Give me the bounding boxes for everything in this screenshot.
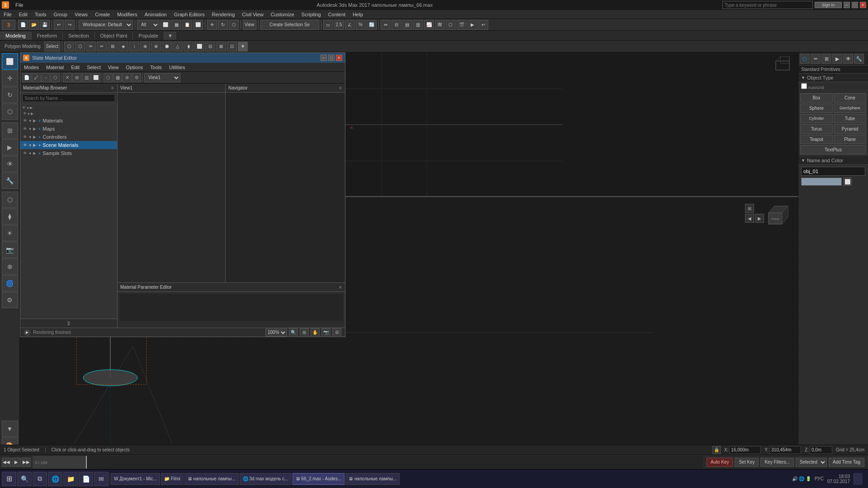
menu-create[interactable]: Create [91, 11, 113, 18]
poly-tool3[interactable]: ✏ [86, 42, 96, 52]
menu-views[interactable]: Views [71, 11, 91, 18]
snap-angle-btn[interactable]: ∠ [345, 20, 355, 30]
sme-view1-nav-btn[interactable]: 📷 [321, 328, 330, 337]
tab-object-paint[interactable]: Object Paint [95, 32, 133, 40]
poly-tool13[interactable]: ⬜ [194, 42, 204, 52]
tab-populate[interactable]: Populate [133, 32, 164, 40]
schematic-view-btn[interactable]: 🕸 [435, 20, 445, 30]
tab-selection[interactable]: Selection [63, 32, 94, 40]
sme-zoom-ext-btn[interactable]: ⊞ [300, 328, 309, 337]
cmd-modify-tab[interactable]: ✏ [811, 54, 821, 64]
color-swatch[interactable] [801, 178, 842, 186]
sme-pick-btn[interactable]: 🖊 [32, 73, 41, 82]
mirror-btn[interactable]: ⇔ [381, 20, 391, 30]
poly-tool12[interactable]: ⧫ [184, 42, 193, 52]
sme-mat-to-scene-btn[interactable]: → [41, 73, 50, 82]
cmd-hierarchy-tab[interactable]: ⊞ [821, 54, 831, 64]
sme-menu-view[interactable]: View [104, 64, 123, 71]
create-helpers-btn[interactable]: ⊕ [2, 258, 18, 275]
save-btn[interactable]: 💾 [40, 20, 50, 30]
explorer-taskbar-btn[interactable]: 📁 [63, 472, 78, 486]
persp-nav-top[interactable]: ⊞ [745, 204, 754, 213]
sme-show-hw-btn[interactable]: ⚙ [132, 73, 141, 82]
auto-key-btn[interactable]: Auto Key [707, 458, 733, 467]
object-type-section[interactable]: ▼ Object Type [798, 74, 868, 82]
tree-item-maps[interactable]: 👁 ● ▶ + Maps [20, 125, 117, 133]
key-filters-btn[interactable]: Key Filters... [760, 458, 794, 467]
create-lights-btn[interactable]: ☀ [2, 225, 18, 241]
create-geometry-btn[interactable]: ⬡ [2, 192, 18, 208]
create-selection-btn[interactable]: Create Selection Se [260, 20, 319, 30]
sme-param-close-icon[interactable]: ✕ [339, 285, 342, 290]
y-input[interactable] [769, 446, 801, 454]
anim-next-btn[interactable]: ▶▶ [22, 458, 31, 467]
menu-graph-editors[interactable]: Graph Editors [170, 11, 208, 18]
cmd-create-tab[interactable]: ⬡ [800, 54, 810, 64]
start-button[interactable]: ⊞ [2, 472, 16, 486]
material-editor-btn[interactable]: ⬡ [446, 20, 456, 30]
sme-maximize-btn[interactable]: □ [328, 55, 335, 61]
persp-view-cube[interactable]: Front [766, 204, 791, 230]
poly-tool2[interactable]: ⬡ [75, 42, 85, 52]
sme-show-shading-btn[interactable]: ⬡ [104, 73, 113, 82]
sme-select-by-mat-btn[interactable]: ⬡ [51, 73, 60, 82]
sme-search-input[interactable] [22, 94, 115, 102]
name-color-section[interactable]: ▼ Name and Color [798, 156, 868, 165]
persp-nav-left[interactable]: ◀ [745, 214, 754, 223]
tree-item-scene-materials[interactable]: 👁 ● ▶ + Scene Materials [20, 141, 117, 149]
motion-btn[interactable]: ▶ [2, 139, 18, 155]
poly-tool16[interactable]: ⊡ [227, 42, 237, 52]
sme-nav-close-icon[interactable]: ✕ [339, 86, 342, 90]
tree-item-materials[interactable]: 👁 ● ▶ + Materials [20, 117, 117, 125]
curve-editor-btn[interactable]: 📈 [424, 20, 434, 30]
sme-layout-sel-btn[interactable]: ⬜ [91, 73, 100, 82]
autogrid-checkbox[interactable] [801, 83, 807, 89]
btn-teapot[interactable]: Teapot [800, 135, 833, 144]
render-scene-btn[interactable]: 🎬 [457, 20, 467, 30]
poly-tool7[interactable]: ↕ [129, 42, 139, 52]
utilities-btn[interactable]: 🔧 [2, 173, 18, 189]
new-btn[interactable]: 📄 [18, 20, 28, 30]
poly-tool5[interactable]: ⊞ [108, 42, 118, 52]
status-lock-btn[interactable]: 🔒 [712, 446, 721, 454]
menu-scripting[interactable]: Scripting [298, 11, 325, 18]
sme-menu-edit[interactable]: Edit [67, 64, 83, 71]
close-button[interactable]: ✕ [860, 2, 866, 8]
rect-select-btn[interactable]: ⬜ [193, 20, 203, 30]
taskbar-3dmax-web-btn[interactable]: 🌐 3d max модель с... [240, 473, 292, 485]
select-filter-dropdown[interactable]: All [137, 20, 160, 30]
sme-zoom-dropdown[interactable]: 100% [265, 328, 287, 337]
set-key-btn[interactable]: Set Key [735, 458, 759, 467]
anim-play-btn[interactable]: ▶ [12, 458, 21, 467]
z-input[interactable] [810, 446, 832, 454]
create-systems-btn[interactable]: ⚙ [2, 292, 18, 308]
menu-rendering[interactable]: Rendering [208, 11, 239, 18]
minimize-button[interactable]: ─ [844, 2, 850, 8]
tab-modeling[interactable]: Modeling [0, 32, 32, 40]
taskbar-3dsmax-btn[interactable]: 🖥 66_2.max - Audes... [292, 473, 345, 485]
poly-tool4[interactable]: ✂ [97, 42, 107, 52]
poly-select-btn[interactable]: Select [44, 42, 61, 52]
taskbar-word-btn[interactable]: W Документ1 - Mic... [111, 473, 160, 485]
taskbar-lamp1-btn[interactable]: 🖥 напольные лампы... [184, 473, 239, 485]
persp-nav-right[interactable]: ▶ [755, 214, 764, 223]
x-input[interactable] [729, 446, 761, 454]
btn-textplus[interactable]: TextPlus [800, 145, 866, 155]
poly-tool14[interactable]: ⊟ [205, 42, 215, 52]
poly-tool1[interactable]: ⬡ [64, 42, 74, 52]
create-cameras-btn[interactable]: 📷 [2, 242, 18, 258]
cmd-display-tab[interactable]: 👁 [843, 54, 853, 64]
menu-file[interactable]: File [0, 11, 15, 18]
open-btn[interactable]: 📂 [29, 20, 39, 30]
sme-view-dropdown[interactable]: View1 [144, 73, 180, 82]
cmd-utilities-tab[interactable]: 🔧 [854, 54, 864, 64]
sme-delete-btn[interactable]: ✕ [63, 73, 72, 82]
sme-view1-canvas[interactable] [118, 93, 225, 282]
menu-civil-view[interactable]: Civil View [238, 11, 267, 18]
tab-freeform[interactable]: Freeform [32, 32, 63, 40]
move-btn[interactable]: ✛ [207, 20, 217, 30]
menu-group[interactable]: Group [50, 11, 71, 18]
poly-tool6[interactable]: ◈ [118, 42, 128, 52]
select-by-name-btn[interactable]: 📋 [182, 20, 192, 30]
object-name-input[interactable] [801, 167, 865, 176]
